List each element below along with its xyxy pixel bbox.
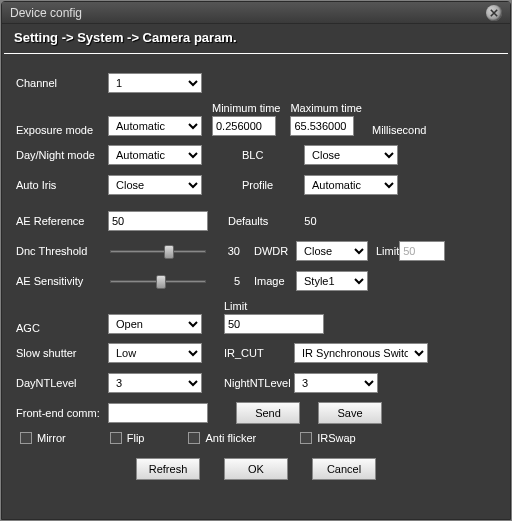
blc-label: BLC: [242, 149, 304, 161]
ircut-label: IR_CUT: [224, 347, 294, 359]
flip-checkbox[interactable]: Flip: [110, 432, 145, 444]
flip-label: Flip: [127, 432, 145, 444]
exposure-select[interactable]: Automatic: [108, 116, 202, 136]
dayntlevel-select[interactable]: 3: [108, 373, 202, 393]
agc-select[interactable]: Open: [108, 314, 202, 334]
profile-label: Profile: [242, 179, 304, 191]
breadcrumb: Setting -> System -> Camera param.: [4, 24, 508, 54]
agc-label: AGC: [16, 322, 108, 334]
close-icon: [490, 9, 498, 17]
dayntlevel-label: DayNTLevel: [16, 377, 108, 389]
slowshutter-label: Slow shutter: [16, 347, 108, 359]
channel-select[interactable]: 1: [108, 73, 202, 93]
dncthr-slider[interactable]: [108, 242, 208, 260]
dwdr-limit-label: Limit: [376, 245, 399, 257]
titlebar: Device config: [2, 2, 510, 24]
device-config-window: Device config Setting -> System -> Camer…: [1, 1, 511, 520]
ms-label: Millisecond: [372, 124, 426, 136]
min-time-input[interactable]: [212, 116, 276, 136]
dncthr-value: 30: [214, 245, 240, 257]
defaults-label: Defaults: [228, 215, 268, 227]
dncthr-label: Dnc Threshold: [16, 245, 108, 257]
close-button[interactable]: [486, 5, 502, 21]
max-time-input[interactable]: [290, 116, 354, 136]
irswap-label: IRSwap: [317, 432, 356, 444]
ircut-select[interactable]: IR Synchronous Switch: [294, 343, 428, 363]
antiflicker-label: Anti flicker: [205, 432, 256, 444]
daynight-label: Day/Night mode: [16, 149, 108, 161]
dwdr-select[interactable]: Close: [296, 241, 368, 261]
mirror-label: Mirror: [37, 432, 66, 444]
agc-limit-label: Limit: [224, 300, 247, 312]
save-button[interactable]: Save: [318, 402, 382, 424]
content-panel: Channel 1 Exposure mode Automatic Minimu…: [2, 54, 510, 490]
nightntlevel-select[interactable]: 3: [294, 373, 378, 393]
image-select[interactable]: Style1: [296, 271, 368, 291]
aesens-value: 5: [214, 275, 240, 287]
ok-button[interactable]: OK: [224, 458, 288, 480]
defaults-value: 50: [304, 215, 316, 227]
antiflicker-checkbox[interactable]: Anti flicker: [188, 432, 256, 444]
refresh-button[interactable]: Refresh: [136, 458, 200, 480]
max-time-label: Maximum time: [290, 102, 362, 114]
exposure-label: Exposure mode: [16, 124, 108, 136]
window-title: Device config: [10, 6, 82, 20]
mirror-checkbox[interactable]: Mirror: [20, 432, 66, 444]
autoiris-label: Auto Iris: [16, 179, 108, 191]
agc-limit-input[interactable]: [224, 314, 324, 334]
aeref-label: AE Reference: [16, 215, 108, 227]
profile-select[interactable]: Automatic: [304, 175, 398, 195]
aesens-label: AE Sensitivity: [16, 275, 108, 287]
dwdr-limit-input: [399, 241, 445, 261]
slowshutter-select[interactable]: Low: [108, 343, 202, 363]
min-time-label: Minimum time: [212, 102, 280, 114]
irswap-checkbox[interactable]: IRSwap: [300, 432, 356, 444]
aesens-slider[interactable]: [108, 272, 208, 290]
dwdr-label: DWDR: [254, 245, 296, 257]
frontend-input[interactable]: [108, 403, 208, 423]
frontend-label: Front-end comm:: [16, 407, 108, 419]
blc-select[interactable]: Close: [304, 145, 398, 165]
aeref-input[interactable]: [108, 211, 208, 231]
nightntlevel-label: NightNTLevel: [224, 377, 294, 389]
image-label: Image: [254, 275, 296, 287]
send-button[interactable]: Send: [236, 402, 300, 424]
cancel-button[interactable]: Cancel: [312, 458, 376, 480]
autoiris-select[interactable]: Close: [108, 175, 202, 195]
channel-label: Channel: [16, 77, 108, 89]
daynight-select[interactable]: Automatic: [108, 145, 202, 165]
